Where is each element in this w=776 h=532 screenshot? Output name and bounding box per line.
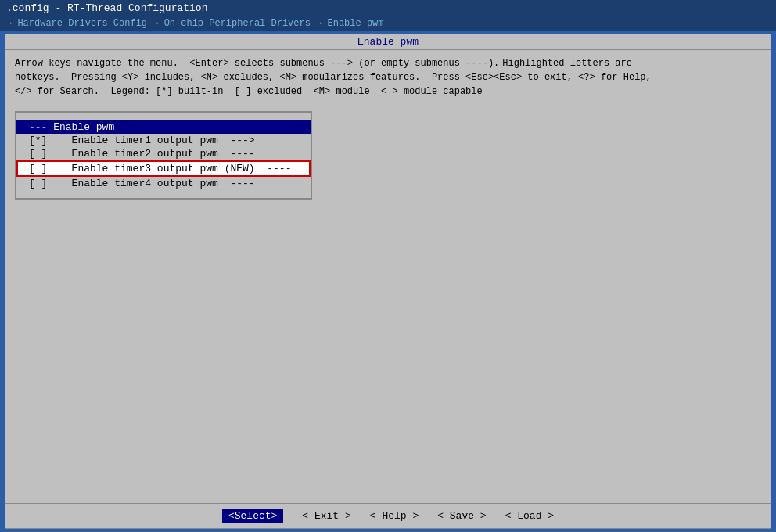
help-line1: Arrow keys navigate the menu. <Enter> se… — [15, 56, 761, 70]
select-button[interactable]: <Select> — [222, 509, 283, 523]
menu-item-timer1[interactable]: [*] Enable timer1 output pwm ---> — [16, 134, 311, 147]
breadcrumb-sep-2: → — [316, 18, 327, 29]
header-dashes: --- — [29, 121, 47, 133]
breadcrumb-arrow: → — [6, 18, 17, 29]
main-panel: Enable pwm Arrow keys navigate the menu.… — [5, 34, 771, 529]
save-link[interactable]: < Save > — [437, 510, 486, 522]
main-window: .config - RT-Thread Configuration → Hard… — [0, 0, 776, 532]
menu-box: --- Enable pwm [*] Enable timer1 output … — [15, 111, 312, 200]
title-text: .config - RT-Thread Configuration — [6, 2, 207, 14]
breadcrumb-item-3[interactable]: Enable pwm — [328, 18, 384, 29]
breadcrumb-item-1[interactable]: Hardware Drivers Config — [17, 18, 147, 29]
header-label: Enable pwm — [47, 121, 114, 133]
load-link[interactable]: < Load > — [505, 510, 554, 522]
breadcrumb-item-2[interactable]: On-chip Peripheral Drivers — [164, 18, 311, 29]
title-bar: .config - RT-Thread Configuration — [0, 0, 776, 16]
timer4-bracket: [ ] Enable timer4 output pwm ---- — [29, 178, 255, 189]
help-text-area: Arrow keys navigate the menu. <Enter> se… — [5, 50, 771, 105]
breadcrumb: → Hardware Drivers Config → On-chip Peri… — [0, 16, 776, 31]
menu-item-timer3[interactable]: [ ] Enable timer3 output pwm (NEW) ---- — [16, 160, 311, 177]
timer2-bracket: [ ] Enable timer2 output pwm ---- — [29, 148, 255, 160]
help-link[interactable]: < Help > — [370, 510, 419, 522]
footer-bar: <Select> < Exit > < Help > < Save > < Lo… — [5, 503, 771, 528]
panel-title: Enable pwm — [5, 34, 771, 50]
timer1-bracket: [*] Enable timer1 output pwm ---> — [29, 135, 255, 146]
timer3-content: [ ] Enable timer3 output pwm (NEW) ---- — [29, 163, 291, 174]
menu-item-timer4[interactable]: [ ] Enable timer4 output pwm ---- — [16, 177, 311, 190]
menu-item-header[interactable]: --- Enable pwm — [16, 120, 311, 134]
menu-area: --- Enable pwm [*] Enable timer1 output … — [5, 105, 771, 503]
exit-link[interactable]: < Exit > — [302, 510, 350, 522]
breadcrumb-sep-1: → — [153, 18, 163, 29]
help-line2: hotkeys. Pressing <Y> includes, <N> excl… — [15, 70, 761, 84]
menu-item-timer2[interactable]: [ ] Enable timer2 output pwm ---- — [16, 147, 311, 160]
panel-title-text: Enable pwm — [357, 36, 419, 48]
help-line3: </> for Search. Legend: [*] built-in [ ]… — [15, 84, 761, 99]
